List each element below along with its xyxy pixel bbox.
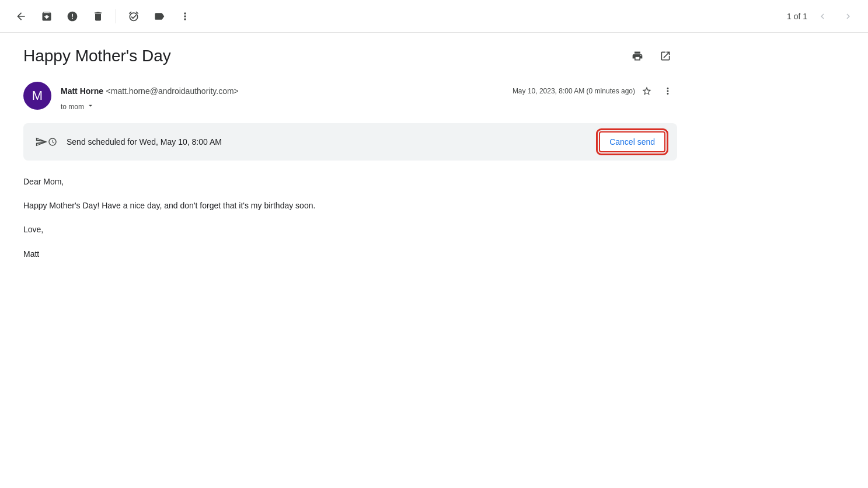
sender-avatar: M: [23, 82, 51, 110]
recipient-label: to mom: [61, 103, 84, 111]
scheduled-text: Send scheduled for Wed, May 10, 8:00 AM: [67, 137, 590, 147]
expand-recipients-button[interactable]: [86, 102, 95, 111]
body-signature: Matt: [23, 247, 677, 262]
subject-row: Happy Mother's Day: [23, 44, 677, 68]
pagination: 1 of 1: [787, 6, 859, 27]
email-view: Happy Mother's Day M Matt Horne <matt.ho…: [0, 33, 700, 283]
sender-info: Matt Horne <matt.horne@androidauthority.…: [61, 82, 677, 111]
snooze-button[interactable]: [122, 5, 145, 28]
prev-button[interactable]: [812, 6, 833, 27]
subject-actions: [626, 44, 677, 68]
pagination-text: 1 of 1: [787, 12, 807, 21]
report-spam-button[interactable]: [61, 5, 84, 28]
star-button[interactable]: [637, 82, 656, 100]
recipient-row: to mom: [61, 102, 677, 111]
print-button[interactable]: [626, 44, 649, 68]
email-subject: Happy Mother's Day: [23, 47, 171, 65]
back-button[interactable]: [9, 5, 33, 28]
cancel-send-button[interactable]: Cancel send: [599, 131, 665, 152]
sender-row: M Matt Horne <matt.horne@androidauthorit…: [23, 82, 677, 111]
label-button[interactable]: [148, 5, 171, 28]
scheduled-send-icon: [35, 135, 57, 148]
sender-actions-right: May 10, 2023, 8:00 AM (0 minutes ago): [513, 82, 677, 100]
sender-email-address: <matt.horne@androidauthority.com>: [106, 86, 239, 96]
email-more-options-button[interactable]: [658, 82, 677, 100]
toolbar-separator-1: [116, 9, 116, 23]
next-button[interactable]: [838, 6, 859, 27]
toolbar: 1 of 1: [0, 0, 868, 33]
sender-name-row: Matt Horne <matt.horne@androidauthority.…: [61, 82, 677, 100]
sender-name: Matt Horne: [61, 86, 103, 96]
body-closing: Love,: [23, 222, 677, 237]
body-greeting: Dear Mom,: [23, 175, 677, 189]
open-in-new-window-button[interactable]: [654, 44, 677, 68]
more-actions-button[interactable]: [173, 5, 197, 28]
scheduled-banner: Send scheduled for Wed, May 10, 8:00 AM …: [23, 123, 677, 161]
email-body: Dear Mom, Happy Mother's Day! Have a nic…: [23, 175, 677, 262]
email-date: May 10, 2023, 8:00 AM (0 minutes ago): [513, 87, 635, 95]
sender-details: Matt Horne <matt.horne@androidauthority.…: [61, 86, 239, 96]
body-main: Happy Mother's Day! Have a nice day, and…: [23, 198, 677, 213]
archive-button[interactable]: [35, 5, 58, 28]
delete-button[interactable]: [86, 5, 110, 28]
